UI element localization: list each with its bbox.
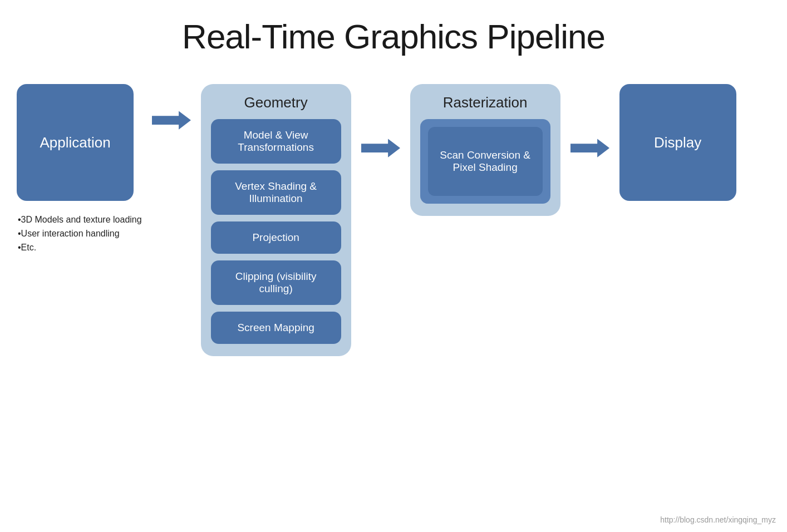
- diagram-area: Application •3D Models and texture loadi…: [0, 84, 787, 356]
- geo-box-3: Clipping (visibility culling): [211, 260, 341, 305]
- svg-marker-2: [570, 139, 609, 157]
- geometry-container: Geometry Model & View Transformations Ve…: [201, 84, 351, 356]
- geo-box-0: Model & View Transformations: [211, 119, 341, 164]
- watermark: http://blog.csdn.net/xingqing_myz: [660, 515, 776, 524]
- application-notes: •3D Models and texture loading •User int…: [17, 213, 142, 254]
- app-note-3: •Etc.: [18, 241, 142, 255]
- application-box: Application: [17, 84, 134, 201]
- arrow-2-icon: [361, 134, 400, 162]
- arrow-2: [361, 134, 400, 162]
- arrow-3-icon: [570, 134, 609, 162]
- app-note-1: •3D Models and texture loading: [18, 213, 142, 227]
- arrow-3-wrap: [560, 84, 619, 206]
- scan-conversion-box: Scan Conversion & Pixel Shading: [428, 127, 543, 196]
- svg-marker-1: [361, 139, 400, 157]
- geo-box-4: Screen Mapping: [211, 312, 341, 344]
- geo-box-2: Projection: [211, 221, 341, 254]
- rasterization-title: Rasterization: [443, 94, 528, 111]
- geo-box-1: Vertex Shading & Illumination: [211, 170, 341, 215]
- arrow-2-wrap: [351, 84, 410, 206]
- geometry-title: Geometry: [244, 94, 308, 111]
- display-box: Display: [619, 84, 736, 201]
- arrow-3: [570, 134, 609, 162]
- application-section: Application •3D Models and texture loadi…: [17, 84, 142, 254]
- arrow-1-wrap: [142, 84, 201, 201]
- rasterization-inner-box: Scan Conversion & Pixel Shading: [420, 119, 550, 204]
- display-label: Display: [654, 134, 701, 151]
- page-title: Real-Time Graphics Pipeline: [0, 0, 787, 78]
- svg-marker-0: [152, 111, 191, 129]
- display-section: Display: [619, 84, 736, 245]
- app-note-2: •User interaction handling: [18, 227, 142, 241]
- application-label: Application: [40, 134, 110, 151]
- arrow-1-icon: [152, 106, 191, 134]
- rasterization-container: Rasterization Scan Conversion & Pixel Sh…: [410, 84, 560, 216]
- arrow-1: [152, 106, 191, 134]
